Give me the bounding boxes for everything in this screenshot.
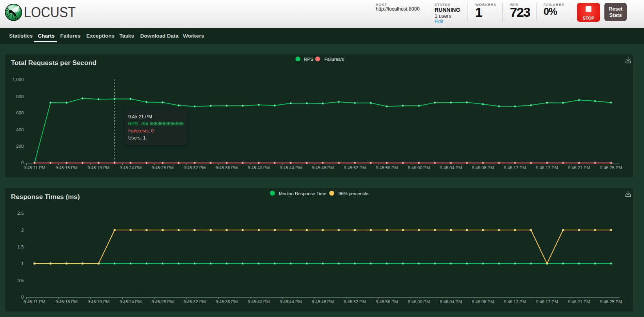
svg-text:9:45:48 PM: 9:45:48 PM: [312, 299, 334, 304]
svg-text:9:45:44 PM: 9:45:44 PM: [280, 299, 302, 304]
svg-text:9:45:40 PM: 9:45:40 PM: [248, 165, 270, 170]
svg-text:9:45:28 PM: 9:45:28 PM: [152, 165, 174, 170]
svg-text:9:46:25 PM: 9:46:25 PM: [600, 165, 622, 170]
svg-text:0.5: 0.5: [18, 278, 24, 283]
svg-text:2.5: 2.5: [18, 211, 24, 216]
svg-text:9:45:36 PM: 9:45:36 PM: [216, 299, 238, 304]
svg-text:9:46:04 PM: 9:46:04 PM: [440, 165, 462, 170]
svg-text:9:45:11 PM: 9:45:11 PM: [24, 165, 45, 170]
svg-text:1,000: 1,000: [13, 77, 24, 82]
svg-text:Failures/s: Failures/s: [324, 57, 344, 62]
svg-text:0: 0: [21, 160, 24, 165]
svg-text:9:45:19 PM: 9:45:19 PM: [87, 299, 109, 304]
svg-text:9:45:56 PM: 9:45:56 PM: [376, 165, 398, 170]
svg-text:Total Requests per Second: Total Requests per Second: [11, 59, 96, 67]
svg-text:9:45:15 PM: 9:45:15 PM: [56, 165, 78, 170]
svg-text:9:45:48 PM: 9:45:48 PM: [312, 165, 334, 170]
svg-text:800: 800: [16, 94, 24, 99]
svg-text:9:45:44 PM: 9:45:44 PM: [280, 165, 302, 170]
svg-text:9:46:17 PM: 9:46:17 PM: [536, 165, 558, 170]
svg-text:200: 200: [16, 144, 24, 149]
svg-text:9:46:12 PM: 9:46:12 PM: [504, 165, 526, 170]
svg-text:9:46:21 PM: 9:46:21 PM: [568, 299, 590, 304]
svg-text:9:46:12 PM: 9:46:12 PM: [504, 299, 526, 304]
svg-text:9:45:56 PM: 9:45:56 PM: [376, 299, 398, 304]
svg-text:1: 1: [21, 261, 24, 266]
svg-text:9:46:08 PM: 9:46:08 PM: [472, 165, 494, 170]
svg-text:9:45:32 PM: 9:45:32 PM: [184, 165, 206, 170]
svg-text:9:46:04 PM: 9:46:04 PM: [440, 299, 462, 304]
svg-text:9:46:25 PM: 9:46:25 PM: [600, 299, 622, 304]
svg-text:9:46:08 PM: 9:46:08 PM: [472, 299, 494, 304]
svg-text:9:45:11 PM: 9:45:11 PM: [24, 299, 45, 304]
svg-text:9:45:24 PM: 9:45:24 PM: [120, 299, 142, 304]
svg-text:2: 2: [21, 228, 24, 232]
svg-text:1.5: 1.5: [18, 245, 24, 249]
svg-text:RPS: RPS: [304, 57, 313, 62]
svg-text:9:45:28 PM: 9:45:28 PM: [152, 299, 174, 304]
svg-text:9:45:19 PM: 9:45:19 PM: [87, 165, 109, 170]
svg-text:9:46:17 PM: 9:46:17 PM: [536, 299, 558, 304]
svg-text:9:45:24 PM: 9:45:24 PM: [120, 165, 142, 170]
svg-text:9:45:15 PM: 9:45:15 PM: [56, 299, 78, 304]
svg-text:400: 400: [16, 127, 24, 132]
svg-text:95% percentile: 95% percentile: [338, 191, 368, 196]
svg-text:Median Response Time: Median Response Time: [279, 191, 326, 196]
svg-text:9:46:00 PM: 9:46:00 PM: [408, 299, 430, 304]
svg-text:9:45:32 PM: 9:45:32 PM: [184, 299, 206, 304]
svg-text:9:46:00 PM: 9:46:00 PM: [408, 165, 430, 170]
svg-text:9:46:21 PM: 9:46:21 PM: [568, 165, 590, 170]
svg-text:9:45:40 PM: 9:45:40 PM: [248, 299, 270, 304]
svg-text:9:45:52 PM: 9:45:52 PM: [344, 165, 366, 170]
svg-text:600: 600: [16, 110, 24, 115]
svg-text:9:45:36 PM: 9:45:36 PM: [216, 165, 238, 170]
svg-text:9:45:52 PM: 9:45:52 PM: [344, 299, 366, 304]
svg-text:0: 0: [21, 295, 24, 299]
svg-text:Response Times (ms): Response Times (ms): [11, 193, 80, 201]
